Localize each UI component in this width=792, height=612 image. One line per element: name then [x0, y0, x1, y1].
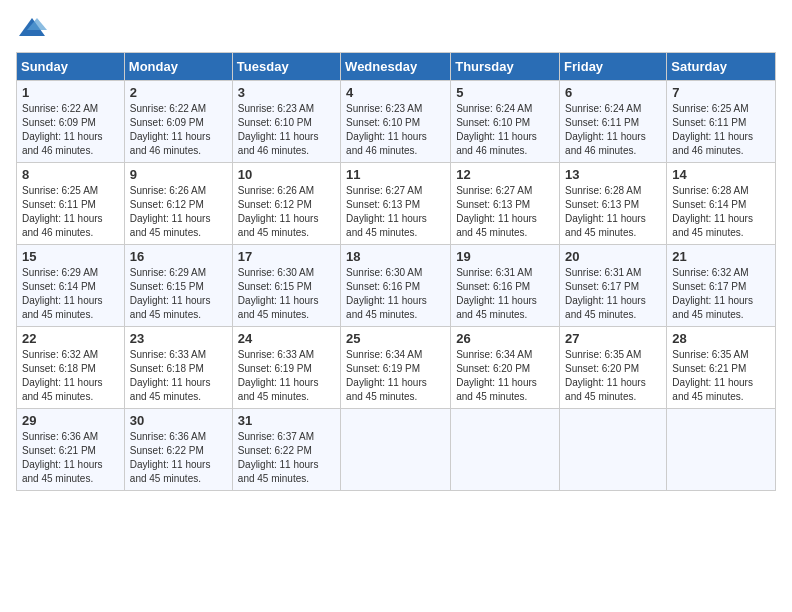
day-info: Sunrise: 6:26 AMSunset: 6:12 PMDaylight:…: [130, 185, 211, 238]
day-number: 19: [456, 249, 554, 264]
calendar-cell: 28 Sunrise: 6:35 AMSunset: 6:21 PMDaylig…: [667, 327, 776, 409]
weekday-header-sunday: Sunday: [17, 53, 125, 81]
calendar-cell: [451, 409, 560, 491]
day-number: 5: [456, 85, 554, 100]
day-info: Sunrise: 6:36 AMSunset: 6:22 PMDaylight:…: [130, 431, 211, 484]
day-info: Sunrise: 6:28 AMSunset: 6:14 PMDaylight:…: [672, 185, 753, 238]
day-info: Sunrise: 6:30 AMSunset: 6:16 PMDaylight:…: [346, 267, 427, 320]
day-number: 7: [672, 85, 770, 100]
calendar-cell: 9 Sunrise: 6:26 AMSunset: 6:12 PMDayligh…: [124, 163, 232, 245]
day-number: 4: [346, 85, 445, 100]
day-info: Sunrise: 6:34 AMSunset: 6:20 PMDaylight:…: [456, 349, 537, 402]
day-number: 29: [22, 413, 119, 428]
calendar-cell: 6 Sunrise: 6:24 AMSunset: 6:11 PMDayligh…: [560, 81, 667, 163]
day-info: Sunrise: 6:23 AMSunset: 6:10 PMDaylight:…: [346, 103, 427, 156]
calendar-cell: 22 Sunrise: 6:32 AMSunset: 6:18 PMDaylig…: [17, 327, 125, 409]
day-number: 24: [238, 331, 335, 346]
day-number: 6: [565, 85, 661, 100]
day-info: Sunrise: 6:24 AMSunset: 6:11 PMDaylight:…: [565, 103, 646, 156]
day-info: Sunrise: 6:29 AMSunset: 6:14 PMDaylight:…: [22, 267, 103, 320]
calendar-cell: 26 Sunrise: 6:34 AMSunset: 6:20 PMDaylig…: [451, 327, 560, 409]
weekday-header-tuesday: Tuesday: [232, 53, 340, 81]
calendar-cell: 14 Sunrise: 6:28 AMSunset: 6:14 PMDaylig…: [667, 163, 776, 245]
day-number: 1: [22, 85, 119, 100]
calendar-cell: 23 Sunrise: 6:33 AMSunset: 6:18 PMDaylig…: [124, 327, 232, 409]
weekday-header-friday: Friday: [560, 53, 667, 81]
day-number: 12: [456, 167, 554, 182]
calendar-cell: 1 Sunrise: 6:22 AMSunset: 6:09 PMDayligh…: [17, 81, 125, 163]
day-info: Sunrise: 6:29 AMSunset: 6:15 PMDaylight:…: [130, 267, 211, 320]
day-info: Sunrise: 6:35 AMSunset: 6:21 PMDaylight:…: [672, 349, 753, 402]
day-number: 21: [672, 249, 770, 264]
calendar-cell: 31 Sunrise: 6:37 AMSunset: 6:22 PMDaylig…: [232, 409, 340, 491]
day-number: 10: [238, 167, 335, 182]
calendar-week-4: 22 Sunrise: 6:32 AMSunset: 6:18 PMDaylig…: [17, 327, 776, 409]
day-info: Sunrise: 6:30 AMSunset: 6:15 PMDaylight:…: [238, 267, 319, 320]
calendar-cell: 30 Sunrise: 6:36 AMSunset: 6:22 PMDaylig…: [124, 409, 232, 491]
day-number: 13: [565, 167, 661, 182]
day-number: 25: [346, 331, 445, 346]
calendar-cell: 20 Sunrise: 6:31 AMSunset: 6:17 PMDaylig…: [560, 245, 667, 327]
day-number: 11: [346, 167, 445, 182]
day-info: Sunrise: 6:33 AMSunset: 6:18 PMDaylight:…: [130, 349, 211, 402]
calendar-cell: 5 Sunrise: 6:24 AMSunset: 6:10 PMDayligh…: [451, 81, 560, 163]
calendar-cell: 15 Sunrise: 6:29 AMSunset: 6:14 PMDaylig…: [17, 245, 125, 327]
logo: [16, 16, 48, 40]
day-info: Sunrise: 6:35 AMSunset: 6:20 PMDaylight:…: [565, 349, 646, 402]
calendar-week-2: 8 Sunrise: 6:25 AMSunset: 6:11 PMDayligh…: [17, 163, 776, 245]
day-number: 20: [565, 249, 661, 264]
day-number: 22: [22, 331, 119, 346]
calendar-week-5: 29 Sunrise: 6:36 AMSunset: 6:21 PMDaylig…: [17, 409, 776, 491]
calendar-cell: 16 Sunrise: 6:29 AMSunset: 6:15 PMDaylig…: [124, 245, 232, 327]
calendar-cell: 24 Sunrise: 6:33 AMSunset: 6:19 PMDaylig…: [232, 327, 340, 409]
calendar-cell: 2 Sunrise: 6:22 AMSunset: 6:09 PMDayligh…: [124, 81, 232, 163]
day-info: Sunrise: 6:28 AMSunset: 6:13 PMDaylight:…: [565, 185, 646, 238]
calendar-cell: [560, 409, 667, 491]
day-info: Sunrise: 6:31 AMSunset: 6:16 PMDaylight:…: [456, 267, 537, 320]
day-info: Sunrise: 6:32 AMSunset: 6:17 PMDaylight:…: [672, 267, 753, 320]
weekday-header-saturday: Saturday: [667, 53, 776, 81]
day-info: Sunrise: 6:25 AMSunset: 6:11 PMDaylight:…: [22, 185, 103, 238]
day-info: Sunrise: 6:31 AMSunset: 6:17 PMDaylight:…: [565, 267, 646, 320]
calendar-week-3: 15 Sunrise: 6:29 AMSunset: 6:14 PMDaylig…: [17, 245, 776, 327]
day-info: Sunrise: 6:27 AMSunset: 6:13 PMDaylight:…: [346, 185, 427, 238]
weekday-header-wednesday: Wednesday: [341, 53, 451, 81]
day-info: Sunrise: 6:36 AMSunset: 6:21 PMDaylight:…: [22, 431, 103, 484]
day-number: 18: [346, 249, 445, 264]
calendar-table: SundayMondayTuesdayWednesdayThursdayFrid…: [16, 52, 776, 491]
calendar-cell: 21 Sunrise: 6:32 AMSunset: 6:17 PMDaylig…: [667, 245, 776, 327]
calendar-cell: 4 Sunrise: 6:23 AMSunset: 6:10 PMDayligh…: [341, 81, 451, 163]
day-info: Sunrise: 6:22 AMSunset: 6:09 PMDaylight:…: [130, 103, 211, 156]
day-number: 14: [672, 167, 770, 182]
day-number: 16: [130, 249, 227, 264]
calendar-cell: 18 Sunrise: 6:30 AMSunset: 6:16 PMDaylig…: [341, 245, 451, 327]
day-number: 2: [130, 85, 227, 100]
day-info: Sunrise: 6:26 AMSunset: 6:12 PMDaylight:…: [238, 185, 319, 238]
day-number: 23: [130, 331, 227, 346]
calendar-cell: 3 Sunrise: 6:23 AMSunset: 6:10 PMDayligh…: [232, 81, 340, 163]
day-number: 8: [22, 167, 119, 182]
calendar-cell: [667, 409, 776, 491]
day-info: Sunrise: 6:22 AMSunset: 6:09 PMDaylight:…: [22, 103, 103, 156]
day-number: 9: [130, 167, 227, 182]
calendar-cell: 19 Sunrise: 6:31 AMSunset: 6:16 PMDaylig…: [451, 245, 560, 327]
calendar-cell: 29 Sunrise: 6:36 AMSunset: 6:21 PMDaylig…: [17, 409, 125, 491]
calendar-header-row: SundayMondayTuesdayWednesdayThursdayFrid…: [17, 53, 776, 81]
calendar-cell: 12 Sunrise: 6:27 AMSunset: 6:13 PMDaylig…: [451, 163, 560, 245]
weekday-header-monday: Monday: [124, 53, 232, 81]
calendar-cell: 25 Sunrise: 6:34 AMSunset: 6:19 PMDaylig…: [341, 327, 451, 409]
calendar-cell: [341, 409, 451, 491]
day-number: 3: [238, 85, 335, 100]
calendar-cell: 13 Sunrise: 6:28 AMSunset: 6:13 PMDaylig…: [560, 163, 667, 245]
calendar-cell: 7 Sunrise: 6:25 AMSunset: 6:11 PMDayligh…: [667, 81, 776, 163]
logo-icon: [17, 16, 47, 40]
calendar-week-1: 1 Sunrise: 6:22 AMSunset: 6:09 PMDayligh…: [17, 81, 776, 163]
day-number: 31: [238, 413, 335, 428]
day-info: Sunrise: 6:37 AMSunset: 6:22 PMDaylight:…: [238, 431, 319, 484]
day-info: Sunrise: 6:32 AMSunset: 6:18 PMDaylight:…: [22, 349, 103, 402]
day-info: Sunrise: 6:23 AMSunset: 6:10 PMDaylight:…: [238, 103, 319, 156]
calendar-cell: 17 Sunrise: 6:30 AMSunset: 6:15 PMDaylig…: [232, 245, 340, 327]
page-header: [16, 16, 776, 40]
calendar-body: 1 Sunrise: 6:22 AMSunset: 6:09 PMDayligh…: [17, 81, 776, 491]
day-number: 17: [238, 249, 335, 264]
